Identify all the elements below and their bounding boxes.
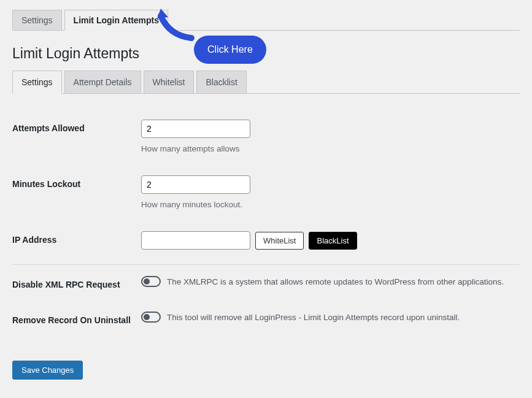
sub-tab-whitelist[interactable]: Whitelist [144,71,195,94]
input-ip-address[interactable] [141,231,250,250]
row-ip-address: IP Address WhiteList BlackList [12,220,520,265]
top-tab-settings[interactable]: Settings [12,10,62,31]
desc-remove-record: This tool will remove all LoginPress - L… [167,313,460,322]
row-disable-xmlrpc: Disable XML RPC Request The XMLRPC is a … [12,265,520,300]
top-tabs: Settings Limit Login Attempts Click Here [12,10,520,31]
input-minutes-lockout[interactable] [141,175,250,194]
whitelist-button[interactable]: WhiteList [255,232,304,250]
toggle-knob-icon [144,314,150,320]
desc-minutes-lockout: How many minutes lockout. [141,200,520,209]
sub-tabs: Settings Attempt Details Whitelist Black… [12,71,520,94]
sub-tab-attempt-details[interactable]: Attempt Details [64,71,141,94]
toggle-disable-xmlrpc[interactable] [141,276,161,287]
save-button[interactable]: Save Changes [12,361,83,380]
row-attempts-allowed: Attempts Allowed How many attempts allow… [12,109,520,164]
sub-tab-blacklist[interactable]: Blacklist [196,71,246,94]
row-remove-record: Remove Record On Uninstall This tool wil… [12,300,520,336]
row-minutes-lockout: Minutes Lockout How many minutes lockout… [12,164,520,220]
desc-disable-xmlrpc: The XMLRPC is a system that allows remot… [167,277,504,286]
label-remove-record: Remove Record On Uninstall [12,312,141,325]
desc-attempts-allowed: How many attempts allows [141,144,520,153]
sub-tab-settings[interactable]: Settings [12,71,62,94]
page-title: Limit Login Attempts [12,45,520,62]
save-row: Save Changes [12,361,520,380]
toggle-knob-icon [144,278,150,285]
label-disable-xmlrpc: Disable XML RPC Request [12,276,141,289]
blacklist-button[interactable]: BlackList [309,232,357,250]
label-attempts-allowed: Attempts Allowed [12,120,141,133]
label-ip-address: IP Address [12,231,141,245]
toggle-remove-record[interactable] [141,312,161,323]
label-minutes-lockout: Minutes Lockout [12,175,141,189]
top-tab-limit-login[interactable]: Limit Login Attempts [64,10,168,31]
input-attempts-allowed[interactable] [141,120,250,138]
